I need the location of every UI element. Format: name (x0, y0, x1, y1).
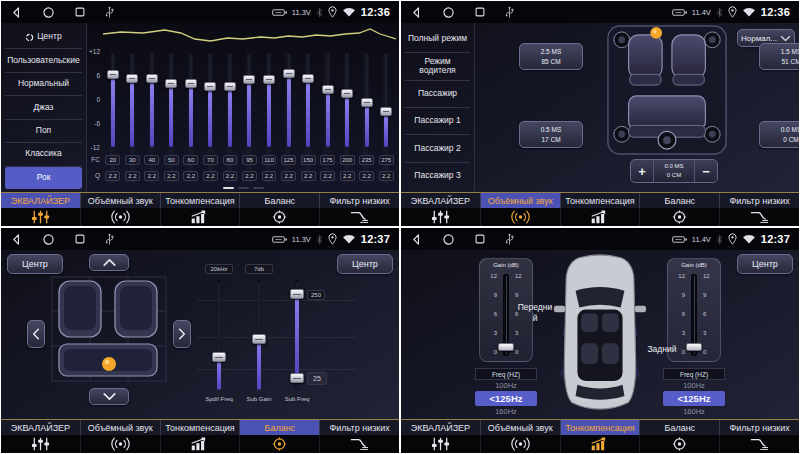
tab-loudness[interactable]: Тонкомпенсация (561, 420, 641, 435)
eq-band-95-slider[interactable] (243, 75, 255, 84)
freq-option-1[interactable]: <125Hz (475, 391, 537, 406)
eq-band-200-slider[interactable] (341, 89, 353, 98)
nav-recents-button[interactable] (474, 6, 486, 18)
page-dot[interactable] (238, 187, 249, 190)
tab-lowpass[interactable]: Фильтр низких (720, 193, 799, 208)
eq-band-80-slider[interactable] (224, 82, 236, 91)
equalizer-icon[interactable] (401, 208, 481, 226)
center-left-button[interactable]: Центр (7, 254, 63, 274)
balance-icon[interactable] (640, 208, 720, 226)
tab-surround[interactable]: Объёмный звук (81, 420, 161, 435)
nav-recents-button[interactable] (74, 6, 86, 18)
delay-rear-left-button[interactable]: 0.5 MS 17 CM (519, 121, 583, 148)
tab-loudness[interactable]: Тонкомпенсация (161, 420, 241, 435)
tab-loudness[interactable]: Тонкомпенсация (561, 193, 641, 208)
tab-surround[interactable]: Объёмный звук (81, 193, 161, 208)
slider-1[interactable] (252, 334, 266, 344)
loudness-icon[interactable] (561, 208, 641, 226)
nav-recents-button[interactable] (474, 233, 486, 245)
tab-equalizer[interactable]: ЭКВАЛАЙЗЕР (1, 420, 81, 435)
tab-balance[interactable]: Баланс (240, 193, 320, 208)
nav-recents-button[interactable] (74, 233, 86, 245)
nav-back-button[interactable] (410, 6, 423, 19)
tab-equalizer[interactable]: ЭКВАЛАЙЗЕР (401, 193, 481, 208)
mode-1[interactable]: Режим водителя (405, 53, 470, 80)
tab-lowpass[interactable]: Фильтр низких (320, 420, 399, 435)
loudness-icon[interactable] (161, 208, 241, 226)
loudness-icon[interactable] (161, 435, 241, 453)
nav-home-button[interactable] (442, 6, 455, 19)
sub-freq-min-slider[interactable] (290, 373, 304, 383)
tab-balance[interactable]: Баланс (640, 420, 720, 435)
move-right-button[interactable] (173, 320, 191, 348)
eq-band-110-slider[interactable] (263, 75, 275, 84)
balance-icon[interactable] (240, 435, 320, 453)
tab-equalizer[interactable]: ЭКВАЛАЙЗЕР (401, 420, 481, 435)
preset-0[interactable]: Центр (5, 26, 82, 49)
eq-band-70-slider[interactable] (204, 82, 216, 91)
tab-surround[interactable]: Объёмный звук (481, 420, 561, 435)
tab-equalizer[interactable]: ЭКВАЛАЙЗЕР (1, 193, 81, 208)
move-up-button[interactable] (89, 254, 129, 271)
preset-1[interactable]: Пользовательские (5, 49, 82, 72)
surround-icon[interactable] (481, 208, 561, 226)
freq-option-0[interactable]: 100Hz (475, 380, 537, 391)
eq-band-60-slider[interactable] (185, 79, 197, 88)
move-down-button[interactable] (89, 388, 129, 405)
move-left-button[interactable] (27, 320, 45, 348)
filter-icon[interactable] (320, 208, 399, 226)
tab-lowpass[interactable]: Фильтр низких (320, 193, 399, 208)
loudness-icon[interactable] (561, 435, 641, 453)
balance-icon[interactable] (640, 435, 720, 453)
eq-band-175-slider[interactable] (322, 85, 334, 94)
filter-icon[interactable] (320, 435, 399, 453)
sub-freq-max-slider[interactable] (290, 289, 304, 299)
eq-band-50-slider[interactable] (165, 79, 177, 88)
surround-icon[interactable] (81, 208, 161, 226)
nav-home-button[interactable] (42, 6, 55, 19)
gain-slider[interactable] (686, 343, 702, 351)
nav-back-button[interactable] (410, 233, 423, 246)
nav-back-button[interactable] (10, 6, 23, 19)
preset-5[interactable]: Классика (5, 143, 82, 166)
freq-option-2[interactable]: 160Hz (663, 406, 725, 417)
delay-rear-right-button[interactable]: 0.0 MS 0 CM (759, 121, 799, 148)
tab-surround[interactable]: Объёмный звук (481, 193, 561, 208)
delay-front-left-button[interactable]: 2.5 MS 85 CM (519, 43, 583, 70)
equalizer-icon[interactable] (401, 435, 481, 453)
mode-3[interactable]: Пассажир 1 (405, 108, 470, 135)
eq-band-275-slider[interactable] (380, 107, 392, 116)
preset-4[interactable]: Поп (5, 120, 82, 143)
filter-icon[interactable] (720, 208, 799, 226)
freq-option-2[interactable]: 160Hz (475, 406, 537, 417)
gain-slider[interactable] (498, 343, 514, 351)
preset-3[interactable]: Джаз (5, 96, 82, 119)
eq-band-30-slider[interactable] (126, 74, 138, 83)
equalizer-icon[interactable] (1, 435, 81, 453)
preset-6[interactable]: Рок (5, 167, 82, 189)
page-dot[interactable] (223, 187, 234, 190)
center-button[interactable]: Центр (737, 254, 793, 274)
eq-band-20-slider[interactable] (107, 70, 119, 79)
filter-icon[interactable] (720, 435, 799, 453)
freq-option-1[interactable]: <125Hz (663, 391, 725, 406)
delay-front-right-button[interactable]: 1.5 MS 51 CM (759, 43, 799, 70)
tab-balance[interactable]: Баланс (240, 420, 320, 435)
eq-band-125-slider[interactable] (283, 69, 295, 78)
tab-balance[interactable]: Баланс (640, 193, 720, 208)
surround-icon[interactable] (81, 435, 161, 453)
mode-5[interactable]: Пассажир 3 (405, 163, 470, 189)
decrease-delay-button[interactable]: − (694, 160, 717, 182)
tab-loudness[interactable]: Тонкомпенсация (161, 193, 241, 208)
surround-icon[interactable] (481, 435, 561, 453)
preset-2[interactable]: Нормальный (5, 73, 82, 96)
mode-2[interactable]: Пассажир (405, 81, 470, 108)
eq-band-150-slider[interactable] (302, 74, 314, 83)
nav-back-button[interactable] (10, 233, 23, 246)
eq-band-235-slider[interactable] (361, 98, 373, 107)
tab-lowpass[interactable]: Фильтр низких (720, 420, 799, 435)
mode-0[interactable]: Полный режим (405, 26, 470, 53)
increase-delay-button[interactable]: + (631, 160, 654, 182)
balance-icon[interactable] (240, 208, 320, 226)
mode-4[interactable]: Пассажир 2 (405, 135, 470, 162)
